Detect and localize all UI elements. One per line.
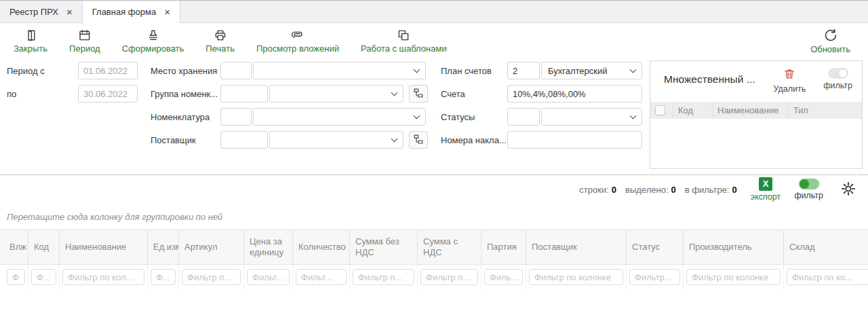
settings-gear-button[interactable] bbox=[841, 181, 856, 198]
tree-hierarchy-icon bbox=[413, 134, 424, 147]
accounts-plan-value: Бухгалтерский bbox=[548, 66, 631, 76]
chevron-down-icon bbox=[414, 112, 420, 119]
grid-filter-row bbox=[0, 265, 868, 289]
selected-count-value: 0 bbox=[671, 185, 676, 195]
nomen-group-tree-button[interactable] bbox=[409, 85, 428, 103]
filter-input-cena[interactable] bbox=[247, 269, 290, 285]
supplier-select[interactable] bbox=[269, 131, 403, 149]
col-header-cena[interactable]: Цена за единицу bbox=[244, 230, 293, 264]
supplier-tree-button[interactable] bbox=[409, 131, 428, 149]
col-header-partiya[interactable]: Партия bbox=[481, 230, 526, 264]
toggle-knob bbox=[838, 69, 848, 78]
col-header-status[interactable]: Статус bbox=[627, 230, 684, 264]
tab-reestr-prh[interactable]: Реестр ПРХ × bbox=[0, 1, 83, 22]
close-icon[interactable]: × bbox=[164, 7, 170, 17]
panel-col-kod[interactable]: Код bbox=[673, 102, 713, 119]
selected-count-label: выделено: bbox=[625, 185, 668, 195]
paperclip-icon bbox=[291, 29, 304, 42]
close-icon[interactable]: × bbox=[66, 7, 73, 17]
accounts-input[interactable] bbox=[507, 85, 642, 103]
filter-input-kolichestvo[interactable] bbox=[296, 269, 347, 285]
delete-button[interactable]: Удалить bbox=[773, 68, 806, 94]
period-button[interactable]: Период bbox=[64, 26, 106, 56]
filter-input-summa-s-nds[interactable] bbox=[420, 269, 478, 285]
chevron-down-icon bbox=[630, 112, 637, 119]
templates-copy-icon bbox=[397, 29, 410, 42]
period-to-input[interactable] bbox=[78, 85, 138, 103]
col-header-sklad[interactable]: Склад bbox=[784, 230, 868, 264]
app-window: Реестр ПРХ × Главная форма × Закрыть Пер… bbox=[0, 0, 868, 313]
export-button[interactable]: X экспорт bbox=[751, 177, 781, 202]
nomen-group-code-input[interactable] bbox=[220, 85, 268, 103]
period-from-input[interactable] bbox=[78, 62, 138, 79]
panel-col-naimenovanie[interactable]: Наименование bbox=[713, 102, 789, 119]
tab-glavnaya-forma[interactable]: Главная форма × bbox=[83, 1, 180, 23]
invoice-numbers-label: Номера накла... bbox=[441, 135, 507, 145]
supplier-code-input[interactable] bbox=[220, 131, 268, 149]
storage-select[interactable] bbox=[253, 62, 426, 79]
filter-input-vlzh[interactable] bbox=[7, 269, 25, 285]
col-header-proizvoditel[interactable]: Производитель bbox=[684, 230, 784, 264]
accounts-plan-code-input[interactable] bbox=[507, 62, 540, 79]
multi-filter-panel: Множественный ... Удалить фильтр bbox=[650, 60, 863, 169]
group-by-drop-zone[interactable]: Перетащите сюда колонку для группировки … bbox=[0, 204, 868, 229]
col-header-kod[interactable]: Код bbox=[28, 230, 60, 264]
chevron-down-icon bbox=[414, 66, 420, 73]
filter-input-naimenovanie[interactable] bbox=[62, 269, 144, 285]
select-all-checkbox[interactable] bbox=[655, 105, 665, 115]
grid-header-row: Влж Код Наименование Ед.изм. Артикул Цен… bbox=[0, 229, 868, 265]
close-form-button[interactable]: Закрыть bbox=[8, 26, 53, 56]
filter-input-partiya[interactable] bbox=[484, 269, 523, 285]
accounts-plan-select[interactable]: Бухгалтерский bbox=[541, 62, 642, 79]
filter-input-edizm[interactable] bbox=[151, 269, 176, 285]
filter-input-kod[interactable] bbox=[31, 269, 56, 285]
nomenclature-select[interactable] bbox=[253, 108, 426, 126]
toggle-knob bbox=[800, 179, 809, 189]
nomen-group-select[interactable] bbox=[269, 85, 403, 103]
refresh-icon bbox=[823, 28, 838, 43]
trash-icon bbox=[783, 68, 795, 82]
filtered-count-value: 0 bbox=[732, 185, 737, 195]
chevron-down-icon bbox=[391, 89, 398, 96]
exit-door-icon bbox=[24, 29, 37, 42]
panel-col-tip[interactable]: Тип bbox=[789, 102, 862, 119]
tab-label: Главная форма bbox=[92, 7, 156, 17]
invoice-numbers-input[interactable] bbox=[507, 131, 642, 149]
col-header-vlzh[interactable]: Влж bbox=[4, 230, 28, 264]
refresh-button[interactable]: Обновить bbox=[805, 26, 856, 56]
accounts-label: Счета bbox=[441, 89, 465, 99]
grid-filter-toggle[interactable] bbox=[799, 179, 819, 189]
period-to-label: по bbox=[7, 89, 16, 99]
storage-code-input[interactable] bbox=[220, 62, 252, 79]
templates-button[interactable]: Работа с шаблонами bbox=[355, 26, 452, 56]
stamp-generate-icon bbox=[146, 29, 160, 42]
attachments-button[interactable]: Просмотр вложений bbox=[251, 26, 344, 56]
panel-filter-toggle[interactable] bbox=[828, 68, 848, 79]
col-header-summa-bez-nds[interactable]: Сумма без НДС bbox=[350, 230, 418, 264]
filter-input-status[interactable] bbox=[629, 269, 680, 285]
filter-input-artikul[interactable] bbox=[182, 269, 241, 285]
period-from-label: Период с bbox=[7, 66, 45, 76]
filter-panel: Период с по Место хранения Группа номенк… bbox=[0, 58, 868, 175]
nomenclature-code-input[interactable] bbox=[220, 108, 252, 126]
col-header-summa-s-nds[interactable]: Сумма с НДС bbox=[418, 230, 481, 264]
filter-input-proizvoditel[interactable] bbox=[686, 269, 781, 285]
print-button[interactable]: Печать bbox=[200, 26, 240, 56]
col-header-postavshchik[interactable]: Поставщик bbox=[526, 230, 627, 264]
supplier-label: Поставщик bbox=[151, 135, 196, 145]
chevron-down-icon bbox=[391, 135, 398, 142]
generate-button[interactable]: Сформировать bbox=[117, 26, 190, 56]
data-grid: Влж Код Наименование Ед.изм. Артикул Цен… bbox=[0, 229, 868, 289]
col-header-edizm[interactable]: Ед.изм. bbox=[148, 230, 179, 264]
storage-label: Место хранения bbox=[151, 66, 217, 76]
statuses-select[interactable] bbox=[541, 108, 642, 126]
col-header-naimenovanie[interactable]: Наименование bbox=[60, 230, 148, 264]
filter-input-postavshchik[interactable] bbox=[529, 269, 623, 285]
col-header-kolichestvo[interactable]: Количество bbox=[293, 230, 350, 264]
rows-count-value: 0 bbox=[612, 185, 616, 195]
grid-toolbar: строки: 0 выделено: 0 в фильтре: 0 X экс… bbox=[0, 175, 868, 204]
col-header-artikul[interactable]: Артикул bbox=[179, 230, 244, 264]
filter-input-sklad[interactable] bbox=[787, 269, 868, 285]
statuses-code-input[interactable] bbox=[507, 108, 540, 126]
filter-input-summa-bez-nds[interactable] bbox=[353, 269, 414, 285]
